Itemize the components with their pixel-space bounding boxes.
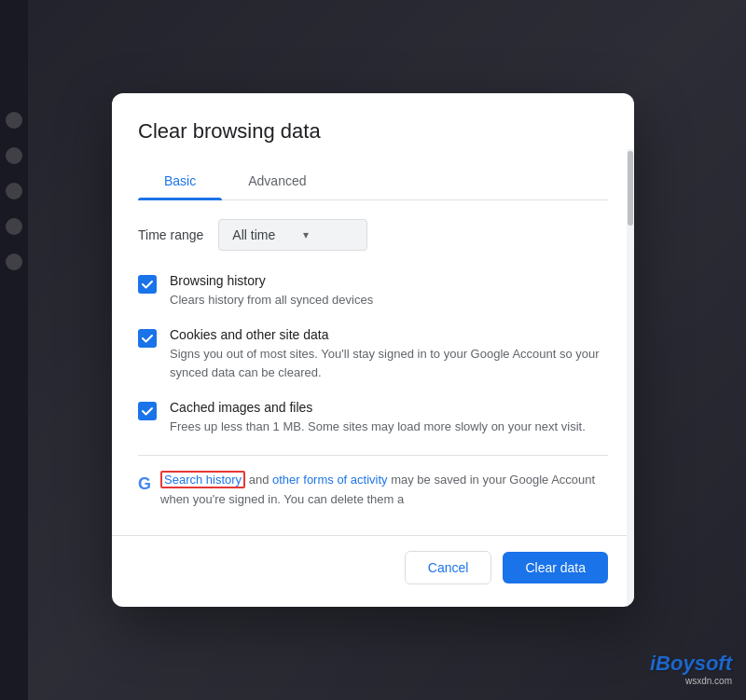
checkmark-icon [141, 332, 154, 345]
browsing-history-text: Browsing history Clears history from all… [170, 273, 608, 309]
cookies-desc: Signs you out of most sites. You'll stay… [170, 345, 608, 381]
cached-desc: Frees up less than 1 MB. Some sites may … [170, 418, 608, 436]
tabs-container: Basic Advanced [138, 162, 608, 200]
clear-browsing-data-dialog: Clear browsing data Basic Advanced Time … [112, 93, 634, 608]
checkbox-wrapper-cookies [138, 329, 157, 348]
tab-basic[interactable]: Basic [138, 162, 222, 199]
dialog-header: Clear browsing data [112, 93, 634, 162]
scrollbar[interactable] [627, 149, 634, 608]
time-range-row: Time range All time ▾ [138, 219, 608, 251]
checkbox-cookies[interactable] [138, 329, 157, 348]
cached-text: Cached images and files Frees up less th… [170, 400, 608, 436]
cached-item: Cached images and files Frees up less th… [138, 400, 608, 436]
cookies-item: Cookies and other site data Signs you ou… [138, 327, 608, 381]
checkmark-icon [141, 278, 154, 291]
chevron-down-icon: ▾ [303, 228, 309, 241]
google-info-middle: and [245, 473, 272, 487]
dialog-overlay: Clear browsing data Basic Advanced Time … [0, 0, 746, 700]
cancel-button[interactable]: Cancel [405, 551, 492, 584]
dialog-footer: Cancel Clear data [112, 535, 634, 607]
section-divider [138, 455, 608, 456]
tab-advanced[interactable]: Advanced [222, 162, 332, 199]
time-range-select[interactable]: All time ▾ [218, 219, 367, 251]
clear-data-button[interactable]: Clear data [503, 552, 608, 583]
browsing-history-title: Browsing history [170, 273, 608, 288]
dialog-content: Time range All time ▾ Browsing history [112, 200, 634, 536]
checkbox-cached[interactable] [138, 402, 157, 420]
browsing-history-item: Browsing history Clears history from all… [138, 273, 608, 309]
browsing-history-desc: Clears history from all synced devices [170, 291, 608, 309]
scroll-thumb [628, 151, 633, 226]
other-forms-link[interactable]: other forms of activity [272, 473, 388, 487]
search-history-link[interactable]: Search history [160, 471, 245, 488]
google-info-row: G Search history and other forms of acti… [138, 471, 608, 510]
checkbox-browsing-history[interactable] [138, 275, 157, 294]
dialog-title: Clear browsing data [138, 119, 608, 144]
time-range-label: Time range [138, 227, 203, 242]
google-info-text: Search history and other forms of activi… [160, 471, 608, 510]
checkmark-icon [141, 405, 154, 418]
time-range-value: All time [232, 227, 275, 242]
checkbox-wrapper-cached [138, 402, 157, 420]
cookies-title: Cookies and other site data [170, 327, 608, 342]
checkbox-wrapper-browsing [138, 275, 157, 294]
google-logo: G [138, 473, 151, 496]
cookies-text: Cookies and other site data Signs you ou… [170, 327, 608, 381]
cached-title: Cached images and files [170, 400, 608, 415]
